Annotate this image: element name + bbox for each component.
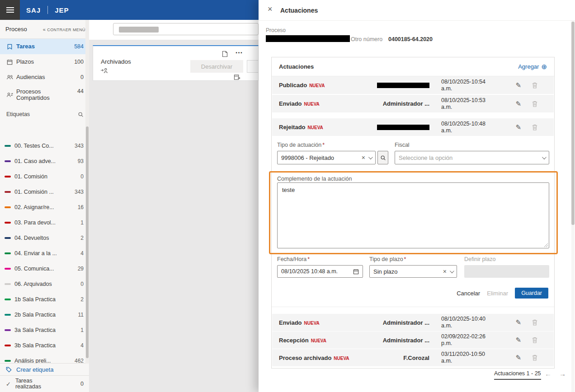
eliminar-button[interactable]: Eliminar — [487, 290, 508, 297]
next-page-icon[interactable]: → — [559, 370, 566, 378]
sidebar: Proceso «CONTRAER MENÚ Tareas 584 Plazos… — [0, 20, 89, 392]
collapse-menu-button[interactable]: «CONTRAER MENÚ — [43, 27, 85, 32]
actuacion-edit-form: Tipo de actuación* 9998006 - Rejeitado ×… — [272, 137, 554, 303]
actuacion-row[interactable]: Proceso archivadoNUEVA F.Corozal 03/11/2… — [272, 349, 554, 366]
schedule-icon[interactable] — [234, 74, 240, 80]
actuacion-row[interactable]: RecepciónNUEVA Administrador ... 02/09/2… — [272, 331, 554, 349]
actuacion-row[interactable]: EnviadoNUEVA Administrador ... 08/10/202… — [272, 314, 554, 331]
close-icon[interactable]: × — [268, 5, 273, 14]
tag-item[interactable]: 04. Enviar a la ...4 — [0, 246, 89, 261]
add-circle-icon: ⊕ — [541, 63, 547, 71]
assign-person-icon[interactable] — [100, 68, 108, 74]
form-buttons: Cancelar Eliminar Guardar — [457, 288, 548, 299]
chevron-down-icon[interactable] — [450, 269, 454, 273]
tag-item[interactable]: 01. Comisión ...343 — [0, 184, 89, 200]
tag-label: 04. Devueltos — [14, 235, 79, 241]
actuacion-user: Administrador ... — [362, 337, 429, 344]
tag-color-dash — [5, 299, 11, 300]
tags-list: 00. Testes Co...343 01. Caso adve...93 0… — [0, 138, 89, 383]
tipo-actuacion-search-button[interactable] — [377, 151, 388, 164]
agregar-button[interactable]: Agregar⊕ — [518, 63, 547, 71]
delete-icon[interactable] — [532, 355, 537, 361]
sidebar-scrollbar[interactable] — [85, 20, 89, 364]
tipo-plazo-label: Tipo de plazo* — [369, 256, 406, 262]
pagination-label[interactable]: Actuaciones 1 - 25 — [494, 370, 541, 380]
redacted-text — [377, 125, 429, 130]
tag-item[interactable]: 05. Comunica...29 — [0, 261, 89, 276]
actuacion-row[interactable]: EnviadoNUEVA Administrador ... 08/10/202… — [272, 95, 554, 112]
edit-icon[interactable]: ✎ — [515, 336, 521, 344]
tag-label: 02. Asignar/re... — [14, 204, 76, 210]
desarchivar-button[interactable]: Desarchivar — [190, 60, 243, 73]
cancelar-button[interactable]: Cancelar — [457, 290, 480, 297]
delete-icon[interactable] — [532, 101, 537, 107]
edit-icon[interactable]: ✎ — [515, 318, 521, 327]
previous-page-icon[interactable]: ← — [545, 370, 551, 378]
chevron-down-icon[interactable] — [368, 155, 373, 159]
edit-icon[interactable]: ✎ — [515, 81, 521, 89]
tag-item[interactable]: 3a Sala Practica1 — [0, 322, 89, 338]
delete-icon[interactable] — [532, 124, 537, 131]
search-input[interactable] — [113, 23, 259, 35]
sidebar-scrollbar-thumb[interactable] — [86, 126, 89, 358]
create-tag-button[interactable]: Crear etiqueta — [0, 363, 89, 375]
search-icon[interactable] — [78, 112, 84, 117]
nav-label: Plazos — [16, 59, 74, 65]
actuacion-row[interactable]: PublicadoNUEVA 08/10/2025-10:54a.m. ✎ — [272, 76, 554, 94]
fiscal-dropdown[interactable]: Seleccione la opción — [395, 151, 549, 164]
tag-color-dash — [5, 268, 11, 270]
tag-color-dash — [5, 160, 11, 162]
tag-color-dash — [5, 176, 11, 177]
nav-label: Tareas — [16, 43, 74, 50]
document-icon[interactable] — [222, 51, 228, 57]
edit-icon[interactable]: ✎ — [515, 100, 521, 108]
tag-item[interactable]: 01. Caso adve...93 — [0, 154, 89, 169]
done-tasks-item[interactable]: ✓ Tareas realizadas 0 — [0, 375, 89, 392]
tag-item[interactable]: 3b Sala Practica4 — [0, 338, 89, 353]
sidebar-item-plazos[interactable]: Plazos 100 — [0, 54, 89, 70]
tag-item[interactable]: 2b Sala Practica11 — [0, 307, 89, 322]
complemento-textarea[interactable]: teste — [277, 182, 549, 248]
clear-icon[interactable]: × — [362, 154, 365, 161]
delete-icon[interactable] — [532, 82, 537, 89]
panel-scrollbar[interactable] — [571, 21, 575, 392]
tag-item[interactable]: 03. Para devol...1 — [0, 215, 89, 230]
actuaciones-box: Actuaciones Agregar⊕ PublicadoNUEVA 08/1… — [271, 57, 555, 369]
archivados-card[interactable]: … Archivados Desarchivar — [93, 45, 259, 81]
redacted-text — [119, 27, 159, 33]
tag-item[interactable]: 04. Devueltos2 — [0, 230, 89, 246]
edit-icon[interactable]: ✎ — [515, 123, 521, 131]
chevron-down-icon[interactable] — [542, 155, 547, 159]
panel-scrollbar-thumb[interactable] — [571, 22, 575, 225]
sidebar-item-audiencias[interactable]: Audiencias 0 — [0, 70, 89, 85]
partial-button[interactable] — [247, 60, 259, 73]
tag-item[interactable]: 06. Arquivados0 — [0, 276, 89, 292]
tipo-plazo-combobox[interactable]: Sin plazo × — [369, 265, 457, 278]
panel-title: Actuaciones — [280, 7, 318, 14]
sidebar-item-tareas[interactable]: Tareas 584 — [0, 39, 89, 54]
edit-icon[interactable]: ✎ — [515, 354, 521, 362]
tag-item[interactable]: 02. Asignar/re...16 — [0, 200, 89, 215]
tag-item[interactable]: 00. Testes Co...343 — [0, 138, 89, 154]
calendar-icon[interactable] — [353, 269, 359, 275]
actuacion-title: Publicado — [279, 82, 307, 89]
actuacion-title: Rejeitado — [279, 124, 306, 131]
tag-color-dash — [5, 191, 11, 193]
more-options-icon[interactable]: … — [235, 47, 243, 56]
fecha-hora-input[interactable]: 08/10/2025 10:48 a.m. — [277, 265, 363, 278]
tag-item[interactable]: 01. Comisión0 — [0, 169, 89, 184]
actuacion-date: 08/10/2025-10:53a.m. — [441, 97, 492, 111]
menu-button[interactable] — [0, 0, 20, 20]
tag-count: 29 — [78, 266, 84, 272]
delete-icon[interactable] — [532, 337, 537, 343]
actuacion-row-expanded[interactable]: RejeitadoNUEVA 08/10/2025-10:48a.m. ✎ — [272, 118, 554, 136]
sidebar-item-procesos-compartidos[interactable]: Procesos Compartidos 44 — [0, 85, 89, 105]
tag-item[interactable]: 1b Sala Practica2 — [0, 292, 89, 307]
calendar-icon — [6, 59, 16, 65]
tag-color-dash — [5, 252, 11, 254]
tipo-actuacion-combobox[interactable]: 9998006 - Rejeitado × — [277, 151, 376, 164]
clear-icon[interactable]: × — [443, 268, 447, 275]
delete-icon[interactable] — [532, 319, 537, 326]
guardar-button[interactable]: Guardar — [515, 288, 548, 299]
resize-grip[interactable] — [543, 243, 548, 247]
